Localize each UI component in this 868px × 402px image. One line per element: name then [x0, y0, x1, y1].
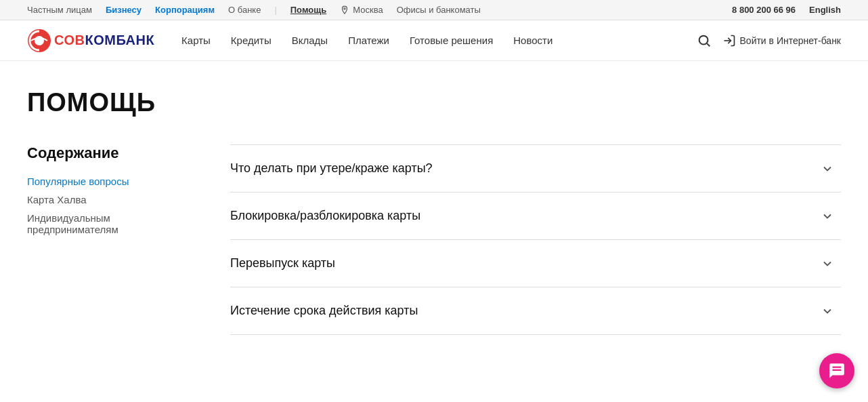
sidebar-link-entrepreneurs[interactable]: Индивидуальным предпринимателям [27, 212, 203, 235]
phone-number: 8 800 200 66 96 [732, 5, 796, 15]
language-switch[interactable]: English [809, 5, 841, 15]
nav-links: Карты Кредиты Вклады Платежи Готовые реш… [181, 35, 696, 46]
chevron-down-icon-3 [821, 304, 834, 318]
accordion-item-2: Перевыпуск карты [230, 240, 841, 287]
svg-point-2 [699, 35, 708, 44]
accordion-item-0: Что делать при утере/краже карты? [230, 145, 841, 193]
top-link-about[interactable]: О банке [228, 5, 261, 15]
chevron-down-icon-1 [821, 209, 834, 223]
chevron-down-icon-0 [821, 162, 834, 176]
accordion-label-0: Что делать при утере/краже карты? [230, 161, 433, 176]
top-link-help[interactable]: Помощь [290, 5, 326, 15]
top-link-private[interactable]: Частным лицам [27, 5, 92, 15]
accordion-item-3: Истечение срока действия карты [230, 287, 841, 335]
top-bar: Частным лицам Бизнесу Корпорациям О банк… [0, 0, 868, 20]
top-link-business[interactable]: Бизнесу [106, 5, 142, 15]
accordion-label-1: Блокировка/разблокировка карты [230, 209, 420, 223]
content-layout: Содержание Популярные вопросы Карта Халв… [27, 144, 841, 335]
nav-link-deposits[interactable]: Вклады [292, 35, 328, 46]
main-nav: СОВКОМБАНК Карты Кредиты Вклады Платежи … [0, 20, 868, 61]
nav-link-payments[interactable]: Платежи [348, 35, 389, 46]
login-icon [722, 34, 736, 47]
page-content: ПОМОЩЬ Содержание Популярные вопросы Кар… [0, 61, 868, 376]
login-button[interactable]: Войти в Интернет-банк [722, 34, 841, 47]
location-wrap[interactable]: Москва [340, 5, 383, 15]
svg-line-3 [707, 43, 710, 46]
nav-link-news[interactable]: Новости [513, 35, 552, 46]
top-link-city[interactable]: Москва [353, 5, 383, 15]
accordion-header-1[interactable]: Блокировка/разблокировка карты [230, 193, 841, 239]
accordion: Что делать при утере/краже карты? Блокир… [230, 144, 841, 335]
nav-right: Войти в Интернет-банк [697, 33, 841, 48]
sidebar-title: Содержание [27, 144, 203, 162]
top-bar-right: 8 800 200 66 96 English [732, 5, 841, 15]
sidebar-link-halva[interactable]: Карта Халва [27, 194, 203, 205]
location-icon [340, 5, 349, 15]
logo-icon [27, 28, 51, 53]
nav-link-cards[interactable]: Карты [181, 35, 211, 46]
nav-link-solutions[interactable]: Готовые решения [410, 35, 493, 46]
accordion-label-2: Перевыпуск карты [230, 256, 335, 270]
sidebar-links: Популярные вопросы Карта Халва Индивидуа… [27, 176, 203, 235]
top-link-offices[interactable]: Офисы и банкоматы [397, 5, 481, 15]
logo-kom: КОМ [85, 33, 116, 47]
accordion-header-3[interactable]: Истечение срока действия карты [230, 287, 841, 334]
sidebar-link-popular[interactable]: Популярные вопросы [27, 176, 203, 187]
accordion-item-1: Блокировка/разблокировка карты [230, 193, 841, 240]
page-title: ПОМОЩЬ [27, 88, 841, 117]
search-button[interactable] [697, 33, 712, 48]
nav-link-credits[interactable]: Кредиты [231, 35, 272, 46]
accordion-label-3: Истечение срока действия карты [230, 304, 418, 318]
logo[interactable]: СОВКОМБАНК [27, 28, 154, 53]
search-icon [697, 33, 712, 48]
logo-bank: БАНК [116, 33, 154, 47]
top-link-corporate[interactable]: Корпорациям [155, 5, 215, 15]
top-bar-left: Частным лицам Бизнесу Корпорациям О банк… [27, 5, 718, 15]
logo-sov: СОВ [54, 33, 85, 47]
logo-text: СОВКОМБАНК [54, 33, 154, 48]
login-label: Войти в Интернет-банк [740, 35, 841, 46]
accordion-header-0[interactable]: Что делать при утере/краже карты? [230, 145, 841, 192]
chevron-down-icon-2 [821, 257, 834, 270]
sidebar: Содержание Популярные вопросы Карта Халв… [27, 144, 230, 335]
accordion-header-2[interactable]: Перевыпуск карты [230, 240, 841, 287]
top-divider: | [274, 5, 276, 15]
chat-icon [828, 362, 846, 376]
